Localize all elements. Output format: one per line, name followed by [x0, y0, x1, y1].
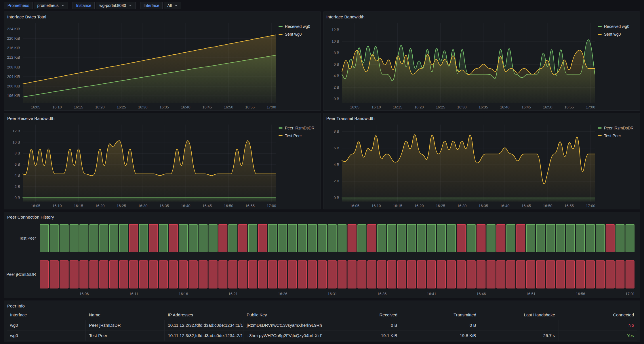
status-bar[interactable] [497, 224, 505, 252]
variable-dropdown-prometheus[interactable]: prometheus [34, 2, 68, 9]
status-bar[interactable] [566, 224, 575, 252]
status-bar[interactable] [576, 261, 585, 288]
status-bar[interactable] [586, 224, 595, 252]
status-bar[interactable] [487, 224, 496, 252]
status-bar[interactable] [209, 261, 218, 288]
status-bar[interactable] [606, 224, 615, 252]
interface-bytes-total-chart[interactable]: 16:0516:1016:1516:2016:2516:3016:3516:40… [4, 20, 279, 110]
status-bar[interactable] [596, 224, 605, 252]
status-bar[interactable] [517, 261, 525, 288]
table-header-name[interactable]: Name [85, 310, 164, 320]
legend-item[interactable]: Sent wg0 [598, 32, 639, 37]
status-bar[interactable] [507, 224, 515, 252]
status-bar[interactable] [477, 224, 485, 252]
status-bar[interactable] [546, 224, 555, 252]
status-bar[interactable] [407, 261, 416, 288]
status-bar[interactable] [179, 261, 188, 288]
panel-title[interactable]: Peer Transmit Bandwidth [323, 113, 640, 122]
status-bar[interactable] [129, 261, 138, 288]
status-bar[interactable] [199, 224, 207, 252]
status-bar[interactable] [556, 224, 565, 252]
status-bar[interactable] [169, 224, 178, 252]
status-bar[interactable] [278, 224, 287, 252]
table-header-last-handshake[interactable]: Last Handshake [480, 310, 559, 320]
status-bar[interactable] [159, 261, 168, 288]
legend-item[interactable]: Peer jRzmDsDR [279, 126, 319, 130]
status-bar[interactable] [229, 224, 237, 252]
status-bar[interactable] [80, 261, 88, 288]
status-bar[interactable] [616, 261, 624, 288]
variable-dropdown-interface[interactable]: All [164, 2, 181, 9]
status-bar[interactable] [467, 224, 476, 252]
panel-title[interactable]: Peer Connection History [4, 212, 640, 220]
status-bar[interactable] [288, 224, 297, 252]
status-bar[interactable] [348, 224, 357, 252]
status-bar[interactable] [348, 261, 357, 288]
status-bar[interactable] [239, 224, 247, 252]
status-bar[interactable] [378, 224, 386, 252]
status-bar[interactable] [417, 261, 426, 288]
status-bar[interactable] [199, 261, 207, 288]
status-bar[interactable] [626, 224, 635, 252]
status-bar[interactable] [40, 261, 49, 288]
variable-label-interface[interactable]: Interface [140, 2, 163, 9]
status-bar[interactable] [209, 224, 218, 252]
table-header-ip-addresses[interactable]: IP Addresses [164, 310, 243, 320]
status-bar[interactable] [298, 224, 307, 252]
status-bar[interactable] [447, 224, 456, 252]
status-bar[interactable] [189, 261, 198, 288]
status-bar[interactable] [50, 261, 59, 288]
status-bar[interactable] [129, 224, 138, 252]
status-bar[interactable] [487, 261, 496, 288]
status-bar[interactable] [546, 261, 555, 288]
status-bar[interactable] [527, 224, 535, 252]
status-bar[interactable] [358, 224, 366, 252]
status-bar[interactable] [119, 224, 128, 252]
status-bar[interactable] [368, 224, 376, 252]
panel-title[interactable]: Interface Bandwidth [323, 12, 640, 20]
status-bar[interactable] [616, 224, 624, 252]
status-bar[interactable] [427, 261, 436, 288]
status-bar[interactable] [536, 224, 545, 252]
status-bar[interactable] [437, 224, 446, 252]
variable-label-instance[interactable]: Instance [73, 2, 95, 9]
status-bar[interactable] [338, 261, 346, 288]
status-bar[interactable] [70, 224, 79, 252]
status-bar[interactable] [149, 224, 158, 252]
status-bar[interactable] [388, 224, 396, 252]
status-bar[interactable] [328, 224, 337, 252]
legend-item[interactable]: Peer jRzmDsDR [598, 126, 639, 130]
status-bar[interactable] [397, 261, 406, 288]
status-bar[interactable] [527, 261, 535, 288]
status-bar[interactable] [318, 224, 327, 252]
status-bar[interactable] [189, 224, 198, 252]
status-bar[interactable] [606, 261, 615, 288]
status-bar[interactable] [378, 261, 386, 288]
panel-title[interactable]: Peer Info [4, 301, 640, 309]
status-bar[interactable] [388, 261, 396, 288]
legend-item[interactable]: Received wg0 [598, 24, 639, 29]
status-bar[interactable] [110, 224, 118, 252]
status-bar[interactable] [219, 261, 227, 288]
status-bar[interactable] [110, 261, 118, 288]
status-bar[interactable] [407, 224, 416, 252]
status-bar[interactable] [308, 261, 317, 288]
status-bar[interactable] [40, 224, 49, 252]
status-bar[interactable] [50, 224, 59, 252]
status-bar[interactable] [90, 261, 98, 288]
status-bar[interactable] [60, 261, 68, 288]
legend-item[interactable]: Sent wg0 [279, 32, 319, 37]
legend-item[interactable]: Received wg0 [279, 24, 319, 29]
status-bar[interactable] [119, 261, 128, 288]
table-header-transmitted[interactable]: Transmitted [401, 310, 480, 320]
status-bar[interactable] [298, 261, 307, 288]
status-bar[interactable] [596, 261, 605, 288]
status-bar[interactable] [417, 224, 426, 252]
status-bar[interactable] [308, 224, 317, 252]
status-bar[interactable] [278, 261, 287, 288]
table-header-interface[interactable]: Interface [7, 310, 85, 320]
panel-title[interactable]: Peer Receive Bandwidth [4, 113, 321, 122]
status-bar[interactable] [517, 224, 525, 252]
status-bar[interactable] [427, 224, 436, 252]
status-bar[interactable] [318, 261, 327, 288]
